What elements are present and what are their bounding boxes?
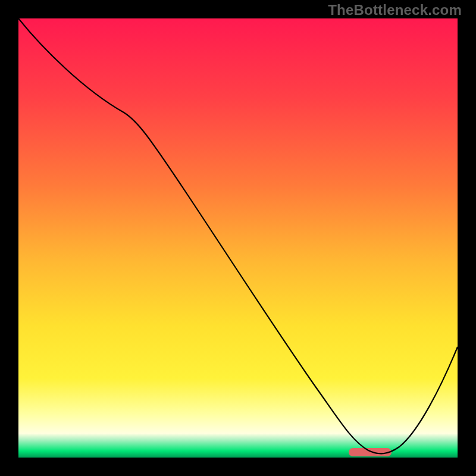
chart-frame: TheBottleneck.com <box>0 0 476 476</box>
chart-svg <box>18 18 458 458</box>
optimal-marker <box>349 448 392 456</box>
plot-area <box>18 18 458 458</box>
watermark-text: TheBottleneck.com <box>328 2 462 18</box>
